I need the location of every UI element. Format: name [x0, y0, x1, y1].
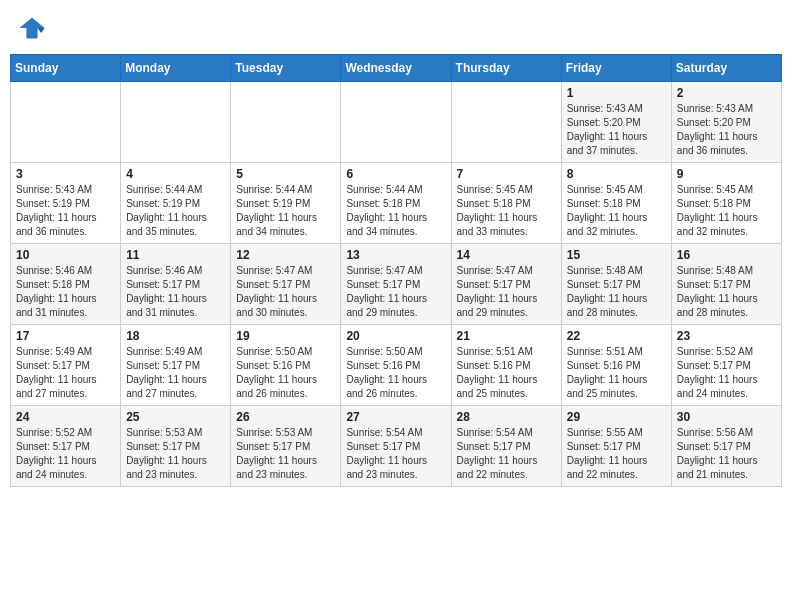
day-number: 25	[126, 410, 225, 424]
calendar-cell: 3Sunrise: 5:43 AM Sunset: 5:19 PM Daylig…	[11, 163, 121, 244]
logo	[18, 14, 50, 42]
calendar-week: 10Sunrise: 5:46 AM Sunset: 5:18 PM Dayli…	[11, 244, 782, 325]
weekday-header: Tuesday	[231, 55, 341, 82]
page-header	[10, 10, 782, 46]
day-info: Sunrise: 5:45 AM Sunset: 5:18 PM Dayligh…	[567, 183, 666, 239]
day-number: 14	[457, 248, 556, 262]
calendar-cell: 4Sunrise: 5:44 AM Sunset: 5:19 PM Daylig…	[121, 163, 231, 244]
day-info: Sunrise: 5:44 AM Sunset: 5:18 PM Dayligh…	[346, 183, 445, 239]
header-row: SundayMondayTuesdayWednesdayThursdayFrid…	[11, 55, 782, 82]
calendar-cell: 29Sunrise: 5:55 AM Sunset: 5:17 PM Dayli…	[561, 406, 671, 487]
day-number: 29	[567, 410, 666, 424]
calendar-week: 1Sunrise: 5:43 AM Sunset: 5:20 PM Daylig…	[11, 82, 782, 163]
day-number: 17	[16, 329, 115, 343]
day-number: 8	[567, 167, 666, 181]
calendar-cell: 19Sunrise: 5:50 AM Sunset: 5:16 PM Dayli…	[231, 325, 341, 406]
calendar-cell: 23Sunrise: 5:52 AM Sunset: 5:17 PM Dayli…	[671, 325, 781, 406]
calendar-cell: 11Sunrise: 5:46 AM Sunset: 5:17 PM Dayli…	[121, 244, 231, 325]
calendar-cell: 21Sunrise: 5:51 AM Sunset: 5:16 PM Dayli…	[451, 325, 561, 406]
day-number: 22	[567, 329, 666, 343]
calendar-table: SundayMondayTuesdayWednesdayThursdayFrid…	[10, 54, 782, 487]
day-info: Sunrise: 5:47 AM Sunset: 5:17 PM Dayligh…	[457, 264, 556, 320]
calendar-cell: 28Sunrise: 5:54 AM Sunset: 5:17 PM Dayli…	[451, 406, 561, 487]
calendar-cell: 1Sunrise: 5:43 AM Sunset: 5:20 PM Daylig…	[561, 82, 671, 163]
day-number: 16	[677, 248, 776, 262]
calendar-cell: 15Sunrise: 5:48 AM Sunset: 5:17 PM Dayli…	[561, 244, 671, 325]
calendar-cell	[121, 82, 231, 163]
day-number: 5	[236, 167, 335, 181]
weekday-header: Monday	[121, 55, 231, 82]
weekday-header: Sunday	[11, 55, 121, 82]
calendar-cell: 17Sunrise: 5:49 AM Sunset: 5:17 PM Dayli…	[11, 325, 121, 406]
day-number: 12	[236, 248, 335, 262]
day-number: 7	[457, 167, 556, 181]
day-info: Sunrise: 5:50 AM Sunset: 5:16 PM Dayligh…	[236, 345, 335, 401]
day-number: 3	[16, 167, 115, 181]
day-number: 18	[126, 329, 225, 343]
day-info: Sunrise: 5:49 AM Sunset: 5:17 PM Dayligh…	[126, 345, 225, 401]
calendar-cell	[341, 82, 451, 163]
day-number: 23	[677, 329, 776, 343]
day-number: 26	[236, 410, 335, 424]
day-number: 30	[677, 410, 776, 424]
calendar-cell: 20Sunrise: 5:50 AM Sunset: 5:16 PM Dayli…	[341, 325, 451, 406]
calendar-cell: 24Sunrise: 5:52 AM Sunset: 5:17 PM Dayli…	[11, 406, 121, 487]
day-number: 21	[457, 329, 556, 343]
day-number: 20	[346, 329, 445, 343]
calendar-cell: 9Sunrise: 5:45 AM Sunset: 5:18 PM Daylig…	[671, 163, 781, 244]
day-info: Sunrise: 5:47 AM Sunset: 5:17 PM Dayligh…	[346, 264, 445, 320]
day-info: Sunrise: 5:48 AM Sunset: 5:17 PM Dayligh…	[677, 264, 776, 320]
weekday-header: Wednesday	[341, 55, 451, 82]
weekday-header: Thursday	[451, 55, 561, 82]
day-info: Sunrise: 5:52 AM Sunset: 5:17 PM Dayligh…	[677, 345, 776, 401]
day-number: 13	[346, 248, 445, 262]
day-number: 15	[567, 248, 666, 262]
day-info: Sunrise: 5:54 AM Sunset: 5:17 PM Dayligh…	[457, 426, 556, 482]
calendar-cell: 16Sunrise: 5:48 AM Sunset: 5:17 PM Dayli…	[671, 244, 781, 325]
day-number: 6	[346, 167, 445, 181]
weekday-header: Saturday	[671, 55, 781, 82]
day-info: Sunrise: 5:47 AM Sunset: 5:17 PM Dayligh…	[236, 264, 335, 320]
day-number: 4	[126, 167, 225, 181]
calendar-cell	[231, 82, 341, 163]
calendar-cell: 13Sunrise: 5:47 AM Sunset: 5:17 PM Dayli…	[341, 244, 451, 325]
day-info: Sunrise: 5:53 AM Sunset: 5:17 PM Dayligh…	[126, 426, 225, 482]
calendar-cell: 26Sunrise: 5:53 AM Sunset: 5:17 PM Dayli…	[231, 406, 341, 487]
day-number: 11	[126, 248, 225, 262]
logo-icon	[18, 14, 46, 42]
calendar-cell: 18Sunrise: 5:49 AM Sunset: 5:17 PM Dayli…	[121, 325, 231, 406]
day-info: Sunrise: 5:52 AM Sunset: 5:17 PM Dayligh…	[16, 426, 115, 482]
calendar-cell: 30Sunrise: 5:56 AM Sunset: 5:17 PM Dayli…	[671, 406, 781, 487]
day-number: 9	[677, 167, 776, 181]
calendar-header: SundayMondayTuesdayWednesdayThursdayFrid…	[11, 55, 782, 82]
calendar-cell: 22Sunrise: 5:51 AM Sunset: 5:16 PM Dayli…	[561, 325, 671, 406]
day-number: 24	[16, 410, 115, 424]
calendar-body: 1Sunrise: 5:43 AM Sunset: 5:20 PM Daylig…	[11, 82, 782, 487]
day-number: 10	[16, 248, 115, 262]
calendar-cell	[11, 82, 121, 163]
calendar-cell	[451, 82, 561, 163]
day-info: Sunrise: 5:48 AM Sunset: 5:17 PM Dayligh…	[567, 264, 666, 320]
calendar-cell: 12Sunrise: 5:47 AM Sunset: 5:17 PM Dayli…	[231, 244, 341, 325]
day-number: 28	[457, 410, 556, 424]
day-info: Sunrise: 5:51 AM Sunset: 5:16 PM Dayligh…	[457, 345, 556, 401]
day-info: Sunrise: 5:53 AM Sunset: 5:17 PM Dayligh…	[236, 426, 335, 482]
day-info: Sunrise: 5:49 AM Sunset: 5:17 PM Dayligh…	[16, 345, 115, 401]
calendar-cell: 2Sunrise: 5:43 AM Sunset: 5:20 PM Daylig…	[671, 82, 781, 163]
day-number: 19	[236, 329, 335, 343]
day-info: Sunrise: 5:51 AM Sunset: 5:16 PM Dayligh…	[567, 345, 666, 401]
calendar-cell: 25Sunrise: 5:53 AM Sunset: 5:17 PM Dayli…	[121, 406, 231, 487]
calendar-cell: 27Sunrise: 5:54 AM Sunset: 5:17 PM Dayli…	[341, 406, 451, 487]
weekday-header: Friday	[561, 55, 671, 82]
day-info: Sunrise: 5:45 AM Sunset: 5:18 PM Dayligh…	[677, 183, 776, 239]
day-info: Sunrise: 5:45 AM Sunset: 5:18 PM Dayligh…	[457, 183, 556, 239]
calendar-cell: 8Sunrise: 5:45 AM Sunset: 5:18 PM Daylig…	[561, 163, 671, 244]
day-info: Sunrise: 5:44 AM Sunset: 5:19 PM Dayligh…	[236, 183, 335, 239]
calendar-cell: 5Sunrise: 5:44 AM Sunset: 5:19 PM Daylig…	[231, 163, 341, 244]
day-info: Sunrise: 5:44 AM Sunset: 5:19 PM Dayligh…	[126, 183, 225, 239]
day-number: 2	[677, 86, 776, 100]
day-info: Sunrise: 5:46 AM Sunset: 5:17 PM Dayligh…	[126, 264, 225, 320]
day-number: 1	[567, 86, 666, 100]
day-info: Sunrise: 5:56 AM Sunset: 5:17 PM Dayligh…	[677, 426, 776, 482]
day-info: Sunrise: 5:54 AM Sunset: 5:17 PM Dayligh…	[346, 426, 445, 482]
